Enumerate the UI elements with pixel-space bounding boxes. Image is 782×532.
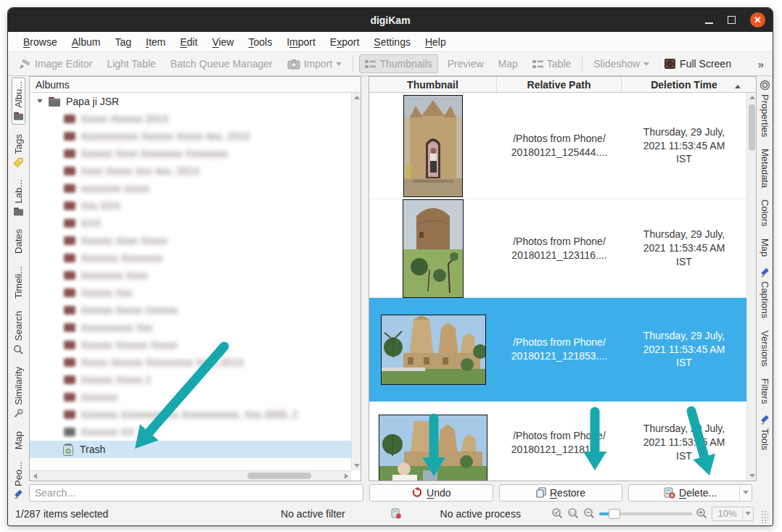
scroll-down-icon[interactable] [352, 461, 361, 470]
table-vertical-scrollbar[interactable] [746, 93, 756, 481]
album-tree-item-blurred[interactable]: Xxx XXX [30, 197, 351, 215]
menu-help[interactable]: Help [419, 34, 453, 50]
table-row[interactable]: /Photos from Phone/20180121_121853.... T… [369, 298, 746, 402]
album-tree-item-blurred[interactable]: Xxxxxxx Xxxxxxxx [30, 249, 351, 267]
minimize-icon[interactable] [705, 22, 713, 24]
menu-view[interactable]: View [205, 34, 240, 50]
album-tree-item-blurred[interactable]: Xxxxxx Xxx [30, 284, 351, 302]
scroll-right-icon[interactable] [341, 471, 351, 481]
album-tree-item-blurred[interactable]: Xxxxxx Xxxxxx Xxxxx [30, 336, 351, 354]
album-tree-item-blurred[interactable]: Xxxxxx Xxxx Xxxxxxxx Xxxxxxxx [30, 145, 351, 162]
album-tree-item-blurred[interactable]: Xxxxxxxxxx Xxx [30, 319, 351, 336]
light-table-button[interactable]: Light Table [102, 55, 160, 72]
zoom-percent-combo[interactable]: 10% [712, 507, 754, 521]
table-view-button[interactable]: Table [527, 55, 576, 72]
menu-settings[interactable]: Settings [367, 34, 417, 50]
menu-import[interactable]: Import [280, 34, 322, 50]
album-tree-item-blurred[interactable]: Xxxxx Xxxxxx Xxxxxxxxx Xxxx 2013 [30, 354, 351, 371]
scroll-left-icon[interactable] [30, 471, 40, 481]
panel-splitter[interactable] [361, 76, 369, 481]
scroll-down-icon[interactable] [747, 471, 757, 481]
sidebar-tab-filters[interactable]: Filters [760, 376, 770, 406]
maximize-icon[interactable] [728, 16, 736, 24]
menu-album[interactable]: Album [65, 34, 107, 50]
toolbar-overflow-button[interactable]: » [758, 58, 767, 70]
menu-export[interactable]: Export [324, 34, 366, 50]
sidebar-tab-search[interactable]: Search [12, 308, 25, 357]
column-header-thumbnail[interactable]: Thumbnail [369, 77, 497, 92]
sidebar-tab-properties[interactable]: Properties [760, 78, 770, 139]
preview-button[interactable]: Preview [443, 55, 489, 72]
album-tree-item-trash[interactable]: ♻ Trash [30, 441, 351, 458]
column-header-relative-path[interactable]: Relative Path [497, 77, 622, 92]
album-tree-item-blurred[interactable]: XXX [30, 215, 351, 232]
zoom-slider[interactable] [599, 509, 692, 519]
close-icon[interactable]: ✕ [750, 12, 765, 28]
menu-tools[interactable]: Tools [242, 34, 279, 50]
thumbnails-view-button[interactable]: Thumbnails [359, 54, 437, 73]
table-row[interactable]: /Photos from Phone/20180121_121818.... T… [369, 402, 746, 481]
sidebar-tab-map[interactable]: Map [760, 236, 770, 259]
album-tree-item-blurred[interactable]: Xxxxxxx Xxxxxxxxxxx Xxxxxxxxxxx, Xxx 200… [30, 406, 351, 423]
delete-button[interactable]: ✕ Delete... [628, 484, 752, 502]
sidebar-tab-captions[interactable]: Captions [760, 266, 770, 320]
sidebar-tab-labels[interactable]: Lab... [12, 177, 25, 220]
album-tree-item-blurred[interactable]: Xxxxxxx XX [30, 423, 351, 441]
restore-button[interactable]: Restore [499, 484, 623, 502]
album-tree-item-blurred[interactable]: Xxxxxxx [30, 388, 351, 406]
sidebar-tab-map[interactable]: Map [12, 428, 25, 452]
import-button[interactable]: Import [282, 55, 347, 72]
undo-button[interactable]: Undo [369, 484, 493, 502]
resize-grip[interactable] [761, 510, 768, 523]
album-tree-item-blurred[interactable]: Xxxxxx Xxxx Xxxxx [30, 232, 351, 249]
sort-ascending-icon [735, 82, 741, 88]
sidebar-tab-similarity[interactable]: Similarity [12, 364, 25, 422]
table-row[interactable]: /Photos from Phone/20180121_125444.... T… [369, 93, 746, 199]
scrollbar-thumb[interactable] [247, 473, 311, 479]
menu-item[interactable]: Item [139, 34, 172, 50]
zoom-fit-icon[interactable] [551, 507, 564, 520]
sidebar-tab-colors[interactable]: Colors [760, 197, 770, 229]
album-tree-item-blurred[interactable]: Xxxxx Xxxxxx 2013 [30, 110, 351, 128]
album-tree-item-blurred[interactable]: Xxxxxxxxxxx Xxxxxx Xxxxx 4xx, 2013 [30, 128, 351, 145]
temple-people-photo [379, 415, 487, 481]
scrollbar-thumb[interactable] [749, 104, 755, 151]
image-editor-button[interactable]: Image Editor [14, 55, 97, 72]
menu-browse[interactable]: Browse [17, 34, 64, 50]
expander-icon[interactable] [37, 99, 43, 106]
album-tree-item-root[interactable]: Papa ji JSR [30, 93, 351, 110]
zoom-out-icon[interactable] [583, 507, 596, 520]
search-input[interactable]: Search... [29, 484, 363, 502]
sidebar-tab-timeline[interactable]: Timeli... [12, 263, 25, 302]
zoom-actual-size-icon[interactable]: 1:1 [567, 507, 580, 520]
titlebar[interactable]: digiKam ✕ [8, 8, 773, 32]
table-row[interactable]: /Photos from Phone/20180121_123116.... T… [369, 199, 746, 298]
menu-edit[interactable]: Edit [173, 34, 204, 50]
sidebar-tab-metadata[interactable]: Metadata [760, 146, 770, 190]
column-header-deletion-time[interactable]: Deletion Time [622, 77, 746, 92]
sidebar-tab-albums[interactable]: Albu... [12, 78, 25, 125]
album-tree-item-blurred[interactable]: Xxxxxxxx Xxxx [30, 267, 351, 284]
scroll-up-icon[interactable] [747, 93, 757, 102]
delete-dropdown-button[interactable] [739, 485, 752, 501]
full-screen-button[interactable]: Full Screen [659, 55, 736, 72]
album-tree-item-blurred[interactable]: Xxxxxx Xxxxx Xxxxxx [30, 302, 351, 319]
albums-horizontal-scrollbar[interactable] [30, 470, 351, 481]
sidebar-tab-versions[interactable]: Versions [760, 328, 770, 369]
sidebar-tab-tools[interactable]: Tools [760, 413, 770, 452]
sidebar-tab-tags[interactable]: Tags [12, 131, 25, 170]
zoom-in-icon[interactable] [696, 507, 708, 520]
album-tree-item-blurred[interactable]: xxxxxxxx xxxxx [30, 180, 351, 197]
album-tree-item-blurred[interactable]: Xxxxxx Xxxxx 2 [30, 371, 351, 388]
albums-vertical-scrollbar[interactable] [351, 93, 361, 470]
scroll-up-icon[interactable] [352, 93, 361, 102]
slideshow-button[interactable]: Slideshow [588, 55, 654, 72]
batch-queue-manager-button[interactable]: Batch Queue Manager [165, 55, 278, 72]
map-view-button[interactable]: Map [493, 55, 523, 72]
sidebar-tab-people[interactable]: Peo... [12, 459, 25, 502]
sidebar-tab-dates[interactable]: Dates [12, 226, 25, 257]
menu-tag[interactable]: Tag [108, 34, 138, 50]
filter-indicator-icon[interactable] [384, 508, 409, 519]
album-tree-item-blurred[interactable]: Xxxx Xxxxx Xxx 4xx, 2013 [30, 162, 351, 180]
slider-handle[interactable] [609, 509, 620, 519]
